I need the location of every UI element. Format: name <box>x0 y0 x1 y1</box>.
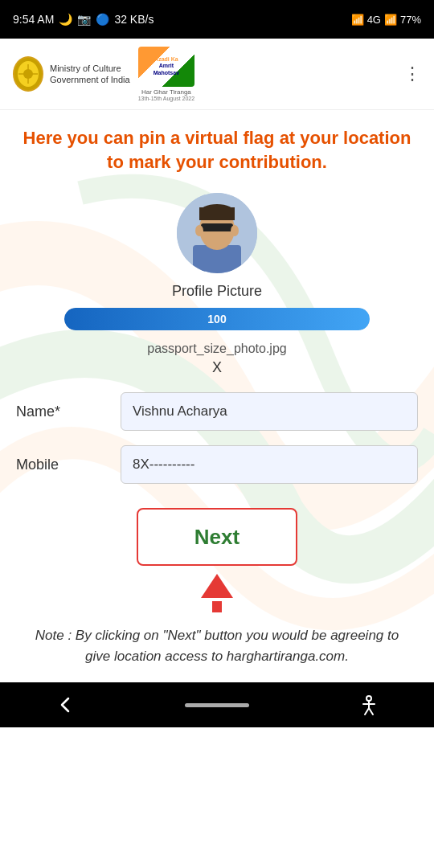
status-time: 9:54 AM 🌙 📷 🔵 32 KB/s <box>13 13 154 26</box>
main-content: Here you can pin a virtual flag at your … <box>0 110 434 682</box>
svg-line-16 <box>365 708 369 714</box>
headline-text: Here you can pin a virtual flag at your … <box>16 126 418 174</box>
next-btn-container: Next <box>16 508 418 612</box>
status-right: 📶 4G 📶 77% <box>351 14 421 26</box>
bluetooth-icon: 🔵 <box>96 13 109 26</box>
name-label: Name* <box>16 403 121 420</box>
app-header: Ministry of Culture Government of India … <box>0 39 434 110</box>
progress-bar-container: 100 <box>64 308 370 330</box>
svg-line-17 <box>369 708 373 714</box>
name-input[interactable] <box>121 392 418 431</box>
arrow-up-icon <box>201 574 233 612</box>
azadi-badge: Azadi Ka Amrit Mahotsav <box>138 47 194 87</box>
progress-bar-fill: 100 <box>64 308 370 330</box>
arrow-head <box>201 574 233 598</box>
arrow-stem <box>212 601 222 612</box>
accessibility-button[interactable] <box>358 694 380 716</box>
svg-rect-12 <box>199 207 235 220</box>
filename-text: passport_size_photo.jpg <box>147 342 286 356</box>
time-text: 9:54 AM <box>13 13 54 26</box>
back-button[interactable] <box>54 694 76 716</box>
mobile-row: Mobile <box>16 445 418 484</box>
profile-photo <box>177 193 257 273</box>
profile-section: Profile Picture 100 passport_size_photo.… <box>16 193 418 376</box>
emblem-icon <box>13 56 43 92</box>
header-logos: Ministry of Culture Government of India … <box>13 47 194 101</box>
moon-icon: 🌙 <box>59 13 72 26</box>
menu-button[interactable]: ⋮ <box>403 63 421 84</box>
video-icon: 📷 <box>77 13 91 26</box>
home-indicator[interactable] <box>185 703 249 707</box>
logo-left: Ministry of Culture Government of India <box>13 56 130 92</box>
svg-rect-8 <box>201 223 233 231</box>
name-row: Name* <box>16 392 418 431</box>
org-line2: Government of India <box>50 74 130 85</box>
remove-photo-button[interactable]: X <box>212 359 222 376</box>
note-text: Note : By clicking on "Next" button you … <box>29 625 405 666</box>
progress-value: 100 <box>207 313 226 326</box>
status-bar: 9:54 AM 🌙 📷 🔵 32 KB/s 📶 4G 📶 77% <box>0 0 434 39</box>
form-section: Name* Mobile <box>16 392 418 484</box>
mobile-label: Mobile <box>16 457 121 473</box>
org-line1: Ministry of Culture <box>50 63 130 74</box>
battery-text: 77% <box>400 14 421 26</box>
network-icon: 4G <box>367 14 381 26</box>
logo-center: Azadi Ka Amrit Mahotsav Har Ghar Tiranga… <box>138 47 194 101</box>
kb-text: 32 KB/s <box>114 13 154 26</box>
svg-point-9 <box>195 225 203 236</box>
signal-icon: 📶 <box>384 14 397 26</box>
mobile-input[interactable] <box>121 445 418 484</box>
bottom-nav <box>0 682 434 727</box>
profile-label: Profile Picture <box>172 283 262 300</box>
svg-point-10 <box>231 225 239 236</box>
cast-icon: 📶 <box>351 14 364 26</box>
badge-dates: 13th-15th August 2022 <box>138 96 194 101</box>
badge-subtitle: Har Ghar Tiranga <box>141 88 191 96</box>
next-button[interactable]: Next <box>137 508 297 566</box>
